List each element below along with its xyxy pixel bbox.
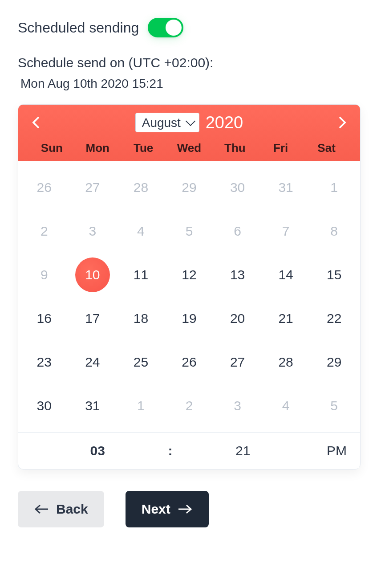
day-cell[interactable]: 7	[262, 209, 310, 253]
weekday-row: Sun Mon Tue Wed Thu Fri Sat	[27, 137, 351, 161]
schedule-send-on-label: Schedule send on (UTC +02:00):	[9, 55, 376, 70]
weekday-tue: Tue	[121, 141, 166, 155]
day-cell[interactable]: 29	[165, 166, 214, 209]
day-cell[interactable]: 28	[117, 166, 165, 209]
days-grid: 2627282930311234567891011121314151617181…	[18, 161, 360, 432]
day-cell[interactable]: 4	[117, 209, 165, 253]
weekday-sun: Sun	[29, 141, 75, 155]
day-cell[interactable]: 5	[165, 209, 214, 253]
arrow-right-icon	[178, 504, 193, 514]
day-cell[interactable]: 5	[310, 384, 358, 428]
next-button[interactable]: Next	[126, 491, 209, 527]
time-ampm[interactable]: PM	[309, 443, 347, 458]
day-cell[interactable]: 31	[69, 384, 117, 428]
day-cell[interactable]: 18	[117, 297, 165, 340]
back-button[interactable]: Back	[18, 491, 104, 527]
day-cell[interactable]: 16	[20, 297, 69, 340]
chevron-right-icon	[338, 116, 346, 129]
calendar-header: August 2020 Sun Mon Tue Wed Thu Fri Sat	[18, 105, 360, 161]
day-cell[interactable]: 27	[69, 166, 117, 209]
day-cell[interactable]: 13	[213, 253, 262, 297]
day-cell[interactable]: 1	[117, 384, 165, 428]
day-cell[interactable]: 31	[262, 166, 310, 209]
time-picker: 03 : 21 PM	[18, 432, 360, 469]
day-cell[interactable]: 12	[165, 253, 214, 297]
day-cell[interactable]: 10	[69, 253, 117, 297]
day-cell[interactable]: 30	[20, 384, 69, 428]
day-cell[interactable]: 3	[213, 384, 262, 428]
chevron-left-icon	[32, 116, 40, 129]
arrow-left-icon	[34, 504, 49, 514]
time-separator: :	[164, 443, 177, 458]
day-cell[interactable]: 26	[165, 340, 214, 384]
time-hour[interactable]: 03	[32, 443, 164, 458]
day-cell[interactable]: 17	[69, 297, 117, 340]
day-cell[interactable]: 29	[310, 340, 358, 384]
scheduled-sending-label: Scheduled sending	[18, 20, 139, 36]
prev-month-button[interactable]	[27, 114, 45, 131]
weekday-fri: Fri	[258, 141, 304, 155]
day-cell[interactable]: 26	[20, 166, 69, 209]
schedule-datetime-value: Mon Aug 10th 2020 15:21	[9, 77, 376, 91]
day-cell[interactable]: 2	[165, 384, 214, 428]
day-cell[interactable]: 24	[69, 340, 117, 384]
day-cell[interactable]: 23	[20, 340, 69, 384]
back-button-label: Back	[56, 502, 88, 517]
day-cell[interactable]: 2	[20, 209, 69, 253]
day-cell[interactable]: 14	[262, 253, 310, 297]
day-cell[interactable]: 4	[262, 384, 310, 428]
year-label[interactable]: 2020	[206, 113, 243, 132]
day-cell[interactable]: 8	[310, 209, 358, 253]
weekday-thu: Thu	[212, 141, 258, 155]
day-cell[interactable]: 15	[310, 253, 358, 297]
time-minute[interactable]: 21	[177, 443, 309, 458]
weekday-mon: Mon	[75, 141, 121, 155]
day-cell[interactable]: 30	[213, 166, 262, 209]
day-cell[interactable]: 3	[69, 209, 117, 253]
day-cell[interactable]: 25	[117, 340, 165, 384]
month-select[interactable]: August	[135, 113, 199, 132]
day-cell[interactable]: 9	[20, 253, 69, 297]
weekday-wed: Wed	[166, 141, 212, 155]
next-button-label: Next	[142, 502, 170, 517]
scheduled-sending-toggle[interactable]	[148, 18, 183, 37]
day-cell[interactable]: 21	[262, 297, 310, 340]
day-cell[interactable]: 19	[165, 297, 214, 340]
day-cell[interactable]: 22	[310, 297, 358, 340]
day-cell[interactable]: 20	[213, 297, 262, 340]
day-cell[interactable]: 27	[213, 340, 262, 384]
day-cell[interactable]: 6	[213, 209, 262, 253]
calendar: August 2020 Sun Mon Tue Wed Thu Fri Sat …	[18, 104, 361, 470]
day-cell[interactable]: 1	[310, 166, 358, 209]
toggle-knob	[166, 20, 182, 36]
day-cell[interactable]: 28	[262, 340, 310, 384]
day-cell[interactable]: 11	[117, 253, 165, 297]
weekday-sat: Sat	[304, 141, 349, 155]
next-month-button[interactable]	[333, 114, 351, 131]
